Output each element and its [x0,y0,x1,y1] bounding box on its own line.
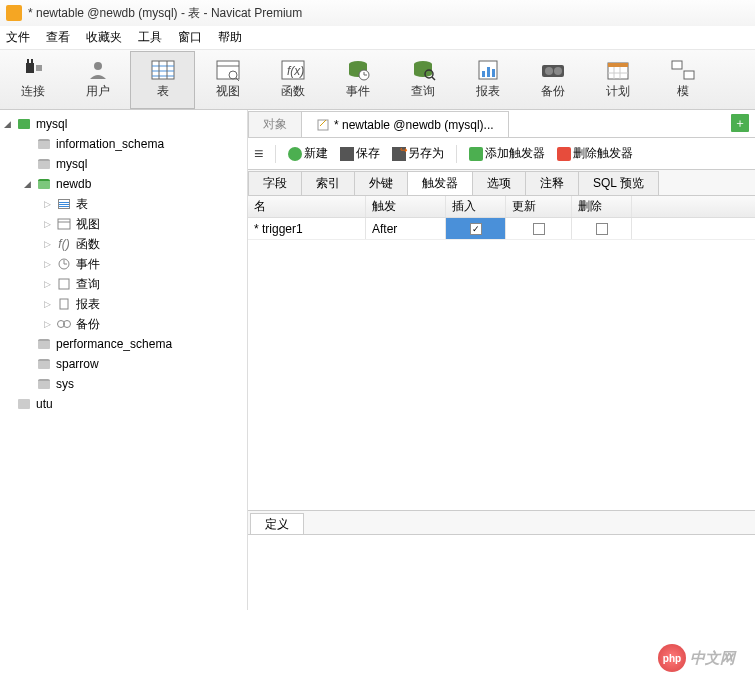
php-logo-icon: php [658,644,686,672]
menu-bar: 文件 查看 收藏夹 工具 窗口 帮助 [0,26,755,50]
tree-views[interactable]: ▷视图 [0,214,247,234]
db-newdb[interactable]: ◢newdb [0,174,247,194]
tool-fx[interactable]: f(x)函数 [260,51,325,109]
plus-icon [288,147,302,161]
tree-queries[interactable]: ▷查询 [0,274,247,294]
cell-name[interactable]: * trigger1 [248,218,366,239]
tree-functions[interactable]: ▷f()函数 [0,234,247,254]
model-icon [670,59,696,81]
col-delete[interactable]: 删除 [572,196,632,217]
tool-user[interactable]: 用户 [65,51,130,109]
svg-rect-40 [672,61,682,69]
add-trigger-button[interactable]: 添加触发器 [469,145,545,162]
db-performance-schema[interactable]: performance_schema [0,334,247,354]
action-bar: ≡ 新建 保存 另存为 添加触发器 删除触发器 [248,138,755,170]
tool-event[interactable]: 事件 [325,51,390,109]
content-pane: 对象 * newtable @newdb (mysql)... ＋ ≡ 新建 保… [248,110,755,610]
user-icon [85,59,111,81]
tab-definition[interactable]: 定义 [250,513,304,535]
menu-favorites[interactable]: 收藏夹 [86,29,122,46]
new-tab-button[interactable]: ＋ [731,114,749,132]
tool-schedule[interactable]: 计划 [585,51,650,109]
delete-trigger-button[interactable]: 删除触发器 [557,145,633,162]
tree-backups[interactable]: ▷备份 [0,314,247,334]
tab-objects[interactable]: 对象 [248,111,302,137]
menu-window[interactable]: 窗口 [178,29,202,46]
hamburger-icon[interactable]: ≡ [254,145,263,163]
grid-row[interactable]: * trigger1 After ✓ [248,218,755,240]
app-icon [6,5,22,21]
tool-query[interactable]: 查询 [390,51,455,109]
subtab-4[interactable]: 选项 [472,171,526,195]
tool-table[interactable]: 表 [130,51,195,109]
trigger-grid: 名 触发 插入 更新 删除 * trigger1 After ✓ [248,196,755,510]
event-icon [345,59,371,81]
backup-icon [540,59,566,81]
add-icon [469,147,483,161]
subtab-5[interactable]: 注释 [525,171,579,195]
cell-insert[interactable]: ✓ [446,218,506,239]
menu-view[interactable]: 查看 [46,29,70,46]
subtab-2[interactable]: 外键 [354,171,408,195]
save-button[interactable]: 保存 [340,145,380,162]
tree-events[interactable]: ▷事件 [0,254,247,274]
db-mysql[interactable]: mysql [0,154,247,174]
svg-rect-52 [18,399,30,409]
separator [275,145,276,163]
col-update[interactable]: 更新 [506,196,572,217]
tree-reports[interactable]: ▷报表 [0,294,247,314]
save-icon [340,147,354,161]
cell-delete[interactable] [572,218,632,239]
svg-rect-43 [58,219,70,229]
report-icon [475,59,501,81]
svg-point-4 [94,62,102,70]
db-sys[interactable]: sys [0,374,247,394]
col-name[interactable]: 名 [248,196,366,217]
svg-point-34 [554,67,562,75]
svg-rect-3 [36,65,42,71]
svg-rect-31 [492,69,495,77]
tool-model[interactable]: 模 [650,51,715,109]
menu-help[interactable]: 帮助 [218,29,242,46]
svg-rect-0 [26,63,34,73]
subtab-0[interactable]: 字段 [248,171,302,195]
subtab-3[interactable]: 触发器 [407,171,473,195]
cell-trigger[interactable]: After [366,218,446,239]
svg-rect-49 [60,299,68,309]
checkbox-icon[interactable] [596,223,608,235]
svg-rect-29 [482,71,485,77]
title-bar: * newtable @newdb (mysql) - 表 - Navicat … [0,0,755,26]
col-trigger[interactable]: 触发 [366,196,446,217]
cell-update[interactable] [506,218,572,239]
svg-rect-48 [59,279,69,289]
delete-icon [557,147,571,161]
db-sparrow[interactable]: sparrow [0,354,247,374]
db-information-schema[interactable]: information_schema [0,134,247,154]
save-as-icon [392,147,406,161]
menu-tools[interactable]: 工具 [138,29,162,46]
tree-tables[interactable]: ▷表 [0,194,247,214]
server-utu[interactable]: utu [0,394,247,414]
new-button[interactable]: 新建 [288,145,328,162]
db-tree[interactable]: ◢mysql information_schema mysql ◢newdb ▷… [0,110,248,610]
checkbox-icon[interactable] [533,223,545,235]
checkbox-checked-icon[interactable]: ✓ [470,223,482,235]
svg-rect-30 [487,67,490,77]
tool-backup[interactable]: 备份 [520,51,585,109]
server-mysql[interactable]: ◢mysql [0,114,247,134]
subtab-1[interactable]: 索引 [301,171,355,195]
tool-view[interactable]: 视图 [195,51,260,109]
svg-rect-11 [217,61,239,79]
definition-area[interactable] [248,534,755,610]
tab-newtable[interactable]: * newtable @newdb (mysql)... [301,111,509,137]
query-icon [410,59,436,81]
window-title: * newtable @newdb (mysql) - 表 - Navicat … [28,5,302,22]
save-as-button[interactable]: 另存为 [392,145,444,162]
svg-point-25 [414,71,432,77]
tool-report[interactable]: 报表 [455,51,520,109]
menu-file[interactable]: 文件 [6,29,30,46]
subtab-6[interactable]: SQL 预览 [578,171,659,195]
document-tabs: 对象 * newtable @newdb (mysql)... ＋ [248,110,755,138]
tool-plug[interactable]: 连接 [0,51,65,109]
col-insert[interactable]: 插入 [446,196,506,217]
